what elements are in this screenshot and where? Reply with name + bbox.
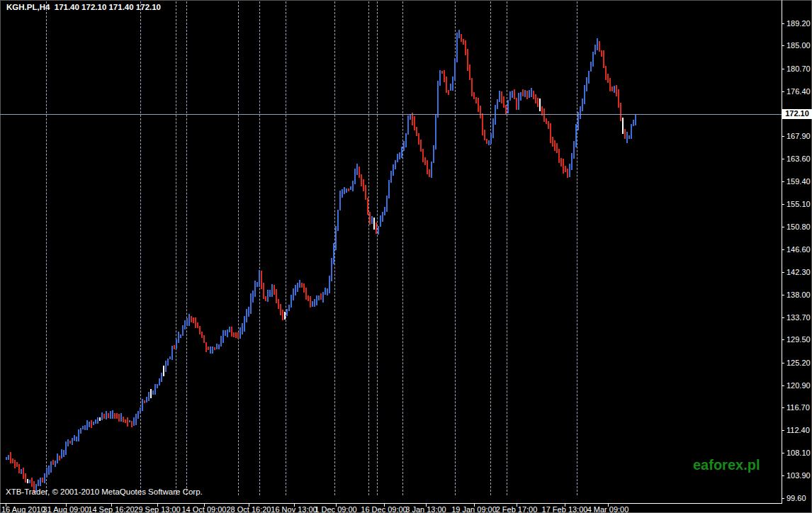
price-bar — [518, 93, 519, 110]
price-bar — [201, 332, 203, 337]
time-axis-line — [0, 503, 782, 504]
price-bar — [250, 293, 252, 314]
price-bar — [614, 86, 615, 93]
price-bar — [163, 366, 164, 376]
price-bar — [299, 280, 300, 288]
price-bar — [618, 89, 619, 108]
price-bar — [444, 70, 445, 83]
price-bar — [67, 439, 69, 446]
price-bar — [286, 309, 288, 316]
price-bar — [261, 271, 262, 289]
price-bar — [597, 38, 598, 50]
price-bar — [110, 411, 111, 419]
y-axis-tick — [782, 407, 784, 408]
price-bar — [327, 288, 328, 295]
price-bar — [274, 285, 275, 294]
price-bar — [337, 210, 339, 231]
y-axis-label: 103.90 — [786, 471, 811, 480]
current-price-label: 172.10 — [782, 109, 812, 119]
price-bar — [235, 332, 237, 338]
y-axis-label: 112.40 — [786, 426, 810, 434]
price-bar — [522, 89, 524, 96]
price-bar — [278, 299, 279, 309]
price-bar — [184, 320, 186, 330]
price-bar — [48, 466, 50, 475]
price-bar — [229, 327, 230, 332]
period-separator-line — [286, 1, 286, 495]
price-bar — [205, 342, 207, 352]
price-bar — [616, 85, 617, 96]
price-bar — [193, 317, 194, 323]
y-axis-tick — [782, 498, 784, 499]
price-bar — [567, 169, 568, 178]
price-bar — [199, 326, 201, 334]
price-bar — [276, 289, 277, 303]
price-bar — [448, 90, 449, 95]
y-axis-label: 167.90 — [786, 132, 811, 140]
price-bar — [397, 154, 398, 162]
chart-quote-header: KGH.PL,H4 171.40 172.10 171.40 172.10 — [6, 3, 161, 11]
price-bar — [482, 113, 483, 135]
price-bar — [222, 330, 224, 343]
price-bar — [488, 140, 490, 145]
price-bar — [93, 422, 94, 425]
price-bar — [552, 137, 553, 147]
price-bar — [590, 62, 592, 72]
price-bar — [197, 322, 198, 329]
price-bar — [59, 456, 60, 461]
price-bar — [452, 77, 453, 91]
price-bar — [10, 452, 11, 463]
price-bar — [512, 91, 513, 98]
price-bar — [142, 399, 143, 410]
price-bar — [380, 215, 381, 227]
price-bar — [458, 30, 460, 38]
period-separator-line — [490, 1, 491, 495]
price-bar — [178, 332, 179, 344]
price-bar — [531, 88, 532, 97]
price-bar — [131, 421, 132, 427]
x-axis-label: 17 Feb 13:00 — [542, 505, 588, 513]
price-bar — [267, 290, 269, 302]
copyright-text: XTB-Trader, © 2001-2010 MetaQuotes Softw… — [6, 487, 203, 496]
price-bar — [388, 180, 390, 198]
y-axis-label: 120.90 — [786, 381, 811, 390]
price-bar — [373, 218, 375, 230]
price-bar — [431, 162, 432, 178]
price-bar — [208, 346, 209, 351]
y-axis-tick — [782, 295, 784, 295]
price-bar — [603, 50, 604, 68]
price-bar — [225, 330, 226, 336]
price-bar — [367, 198, 368, 215]
price-bar — [8, 455, 9, 460]
price-bar — [622, 118, 624, 135]
price-bar — [395, 160, 396, 169]
chart-plot-area[interactable] — [0, 0, 782, 504]
price-bar — [220, 336, 222, 346]
price-bar — [418, 133, 419, 145]
price-bar — [582, 98, 583, 112]
y-axis-label: 133.70 — [786, 313, 811, 322]
price-bar — [543, 108, 545, 122]
period-separator-line — [140, 1, 141, 495]
price-bar — [450, 84, 451, 91]
price-bar — [437, 81, 439, 118]
x-axis-label: 16 Aug 2010 — [1, 505, 45, 513]
price-bar — [242, 323, 243, 335]
price-bar — [212, 346, 213, 354]
price-bar — [401, 147, 402, 158]
y-axis-tick — [782, 23, 784, 24]
price-bar — [533, 91, 534, 99]
price-bar — [433, 145, 434, 164]
price-bar — [154, 384, 156, 395]
price-bar — [344, 187, 345, 194]
price-bar — [339, 191, 341, 210]
price-bar — [106, 411, 107, 419]
y-axis-tick — [782, 91, 784, 92]
price-bar — [607, 74, 609, 84]
price-bar — [369, 212, 371, 225]
price-bar — [580, 106, 581, 119]
price-bar — [478, 98, 479, 113]
price-bar — [354, 169, 356, 184]
price-bar — [218, 344, 220, 349]
price-bar — [420, 140, 422, 151]
